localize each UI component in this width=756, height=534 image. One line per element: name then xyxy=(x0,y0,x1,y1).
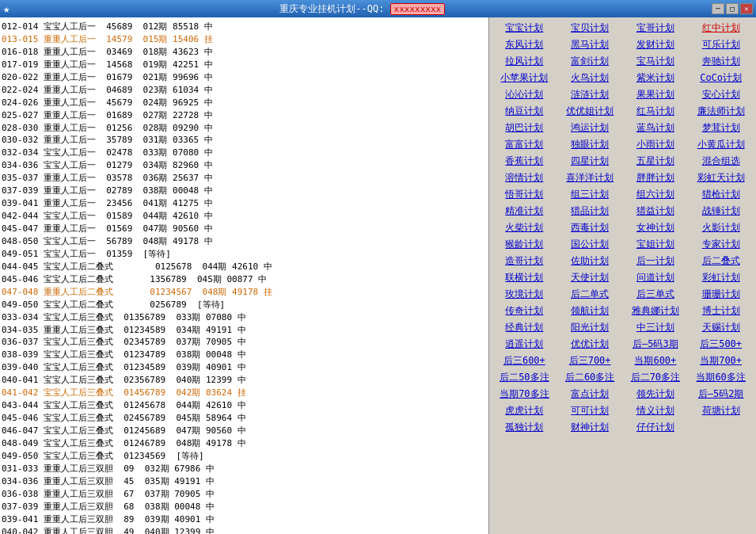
plan-link[interactable]: 彩虹计划 xyxy=(689,270,753,285)
plan-link[interactable]: 问道计划 xyxy=(624,270,688,285)
plan-link[interactable]: 火鸟计划 xyxy=(558,71,622,86)
plan-link[interactable]: 猎枪计划 xyxy=(689,187,753,202)
plan-link[interactable]: 彩虹天计划 xyxy=(689,170,753,185)
plan-link[interactable]: 奔驰计划 xyxy=(689,54,753,69)
plan-link[interactable]: 红马计划 xyxy=(624,104,688,119)
plan-link[interactable]: 虎虎计划 xyxy=(492,403,557,418)
plan-link[interactable]: 后二60多注 xyxy=(558,370,622,385)
plan-link[interactable]: 红中计划 xyxy=(689,21,753,36)
plan-link[interactable]: 传奇计划 xyxy=(492,303,557,318)
plan-link[interactable]: 宝哥计划 xyxy=(624,21,688,36)
plan-link[interactable]: 雅典娜计划 xyxy=(624,303,688,318)
plan-link[interactable]: 宝贝计划 xyxy=(558,21,622,36)
plan-link[interactable]: 中三计划 xyxy=(624,320,688,335)
plan-link[interactable]: 优优姐计划 xyxy=(558,104,622,119)
plan-list[interactable]: 012-014 宝宝人工后一 45689 012期 85518 中013-015… xyxy=(0,17,488,534)
plan-link[interactable]: 独眼计划 xyxy=(558,137,622,152)
plan-link[interactable]: 后二50多注 xyxy=(492,370,557,385)
plan-link[interactable]: 香蕉计划 xyxy=(492,154,557,169)
plan-link[interactable]: 廉法师计划 xyxy=(689,104,753,119)
plan-link[interactable]: 优优计划 xyxy=(558,337,622,352)
plan-link[interactable]: 天使计划 xyxy=(558,270,622,285)
plan-link[interactable]: 后三700+ xyxy=(558,353,622,368)
plan-link[interactable]: 五星计划 xyxy=(624,154,688,169)
plan-link[interactable]: 小苹果计划 xyxy=(492,71,557,86)
plan-link[interactable]: 组六计划 xyxy=(624,187,688,202)
plan-link[interactable]: 后二70多注 xyxy=(624,370,688,385)
plan-link[interactable]: 火柴计划 xyxy=(492,220,557,235)
plan-link[interactable]: 孤独计划 xyxy=(492,420,557,435)
plan-link[interactable]: 猎品计划 xyxy=(558,204,622,219)
plan-link[interactable]: 佐助计划 xyxy=(558,254,622,269)
plan-link[interactable]: 富点计划 xyxy=(558,387,622,402)
plan-link[interactable]: 逍遥计划 xyxy=(492,337,557,352)
plan-link[interactable]: 精准计划 xyxy=(492,204,557,219)
plan-link[interactable]: 梦茸计划 xyxy=(689,120,753,135)
qq-value[interactable]: xxxxxxxxx xyxy=(390,3,446,15)
plan-link[interactable]: 国公计划 xyxy=(558,237,622,252)
plan-link[interactable]: 玫境计划 xyxy=(492,287,557,302)
plan-link[interactable]: 四星计划 xyxy=(558,154,622,169)
plan-link[interactable]: 当期600+ xyxy=(624,353,688,368)
plan-link[interactable]: 沁沁计划 xyxy=(492,87,557,102)
plan-link[interactable]: 发财计划 xyxy=(624,37,688,52)
plan-link[interactable]: 小黄瓜计划 xyxy=(689,137,753,152)
plan-link[interactable]: 当期700+ xyxy=(689,353,753,368)
plan-link[interactable]: 荷塘计划 xyxy=(689,403,753,418)
plan-link[interactable]: 天赐计划 xyxy=(689,320,753,335)
plan-link[interactable]: 可可计划 xyxy=(558,403,622,418)
plan-link[interactable]: 宝姐计划 xyxy=(624,237,688,252)
plan-link[interactable]: 专家计划 xyxy=(689,237,753,252)
plan-link[interactable]: 后二单式 xyxy=(558,287,622,302)
plan-link[interactable]: 胡巴计划 xyxy=(492,120,557,135)
plan-link[interactable]: 混合组选 xyxy=(689,154,753,169)
plan-link[interactable]: 组三计划 xyxy=(558,187,622,202)
plan-link[interactable]: 猎益计划 xyxy=(624,204,688,219)
plan-link[interactable]: 可乐计划 xyxy=(689,37,753,52)
plan-link[interactable]: 东风计划 xyxy=(492,37,557,52)
plan-link[interactable]: 涟涟计划 xyxy=(558,87,622,102)
plan-link[interactable]: 溶情计划 xyxy=(492,170,557,185)
plan-link[interactable]: 当期70多注 xyxy=(492,387,557,402)
plan-link[interactable]: 后三600+ xyxy=(492,353,557,368)
plan-link[interactable]: 领先计划 xyxy=(624,387,688,402)
plan-link[interactable]: 后—5码2期 xyxy=(689,387,753,402)
plan-link[interactable]: 紫米计划 xyxy=(624,71,688,86)
plan-link[interactable]: 悟哥计划 xyxy=(492,187,557,202)
plan-link[interactable]: 情义计划 xyxy=(624,403,688,418)
plan-link[interactable]: 安心计划 xyxy=(689,87,753,102)
plan-link[interactable]: 黑马计划 xyxy=(558,37,622,52)
plan-link[interactable]: 宝宝计划 xyxy=(492,21,557,36)
plan-link[interactable]: 猴龄计划 xyxy=(492,237,557,252)
plan-link[interactable]: 富剑计划 xyxy=(558,54,622,69)
plan-link[interactable]: 联横计划 xyxy=(492,270,557,285)
plan-link[interactable]: 喜洋洋计划 xyxy=(558,170,622,185)
plan-link[interactable]: 果果计划 xyxy=(624,87,688,102)
plan-link[interactable]: 战锤计划 xyxy=(689,204,753,219)
plan-link[interactable]: 阳光计划 xyxy=(558,320,622,335)
plan-link[interactable]: 珊珊计划 xyxy=(689,287,753,302)
plan-link[interactable]: 财神计划 xyxy=(558,420,622,435)
plan-link[interactable]: 纳豆计划 xyxy=(492,104,557,119)
plan-link[interactable]: 后三500+ xyxy=(689,337,753,352)
plan-link[interactable]: 胖胖计划 xyxy=(624,170,688,185)
plan-link[interactable]: 仔仔计划 xyxy=(624,420,688,435)
plan-link[interactable]: 鸿运计划 xyxy=(558,120,622,135)
plan-link[interactable]: 火影计划 xyxy=(689,220,753,235)
plan-link[interactable]: 小雨计划 xyxy=(624,137,688,152)
plan-link[interactable]: 当期60多注 xyxy=(689,370,753,385)
plan-link[interactable]: 后一计划 xyxy=(624,254,688,269)
plan-link[interactable]: 后二叠式 xyxy=(689,254,753,269)
plan-link[interactable]: CoCo计划 xyxy=(689,71,753,86)
plan-link[interactable]: 宝马计划 xyxy=(624,54,688,69)
close-button[interactable]: ✕ xyxy=(740,3,753,14)
plan-link[interactable]: 女神计划 xyxy=(624,220,688,235)
plan-link[interactable]: 蓝鸟计划 xyxy=(624,120,688,135)
plan-link[interactable]: 富富计划 xyxy=(492,137,557,152)
plan-link[interactable]: 后—5码3期 xyxy=(624,337,688,352)
plan-link[interactable]: 领航计划 xyxy=(558,303,622,318)
plan-link[interactable]: 西毒计划 xyxy=(558,220,622,235)
plan-link[interactable]: 造哥计划 xyxy=(492,254,557,269)
plan-link[interactable]: 经典计划 xyxy=(492,320,557,335)
plan-link[interactable]: 博士计划 xyxy=(689,303,753,318)
